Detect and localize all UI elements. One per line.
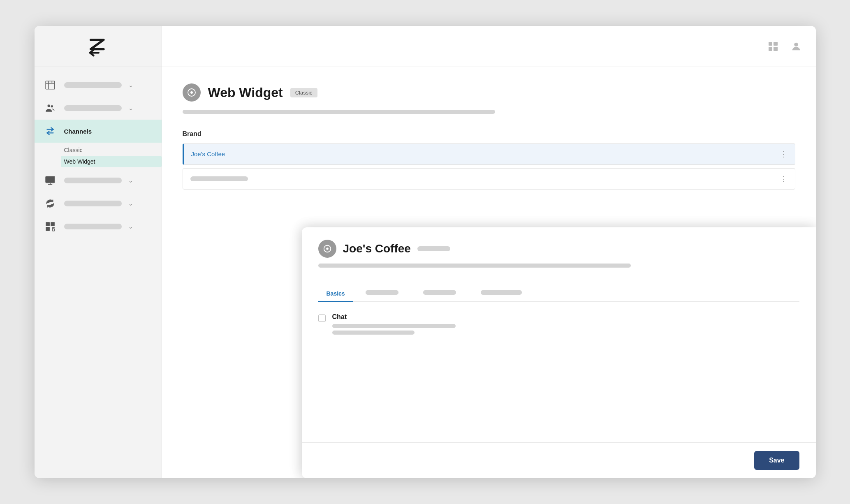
sidebar-logo [35, 26, 162, 67]
svg-point-5 [51, 105, 53, 107]
svg-point-19 [326, 247, 329, 250]
tab-bar: Basics [318, 286, 799, 302]
refresh-icon [43, 196, 58, 211]
tab-4[interactable] [468, 286, 534, 302]
brand-row-joes-coffee-content: Joe's Coffee [184, 145, 773, 164]
grid-view-button[interactable] [766, 39, 781, 54]
chat-checkbox[interactable] [318, 314, 326, 322]
page-content: Web Widget Classic Brand Joe's Coffee ⋮ [162, 67, 816, 478]
brand-row-joes-coffee-menu[interactable]: ⋮ [773, 144, 795, 164]
tab-2[interactable] [353, 286, 411, 302]
floating-card-title-row: Joe's Coffee [318, 240, 799, 258]
svg-rect-10 [51, 222, 55, 226]
grid-icon [769, 42, 778, 51]
tab-basics[interactable]: Basics [318, 286, 353, 302]
chevron-down-icon: ⌄ [128, 177, 133, 184]
tab-3[interactable] [411, 286, 468, 302]
nav-item-placeholder [64, 224, 122, 229]
page-title: Web Widget [208, 85, 283, 100]
floating-card-body: Basics [302, 276, 816, 442]
sidebar: ⌄ ⌄ [35, 26, 162, 478]
sidebar-item-integrations[interactable]: ⌄ [35, 192, 162, 215]
nav-item-placeholder [64, 201, 122, 206]
main-content: Web Widget Classic Brand Joe's Coffee ⋮ [162, 26, 816, 478]
chevron-down-icon: ⌄ [128, 200, 133, 207]
brand-label: Brand [183, 130, 795, 138]
brand-row-joes-coffee[interactable]: Joe's Coffee ⋮ [183, 143, 795, 165]
sidebar-item-channels[interactable]: Channels [35, 120, 162, 143]
web-widget-icon [183, 83, 201, 102]
classic-badge: Classic [290, 88, 317, 97]
svg-rect-9 [46, 222, 50, 226]
nav-item-placeholder [64, 82, 122, 88]
svg-point-4 [47, 104, 50, 107]
tab-4-placeholder [481, 290, 522, 295]
floating-card-subtitle-bar [318, 264, 631, 268]
chat-bubble-icon [187, 88, 197, 97]
floating-card-footer: Save [302, 442, 816, 478]
sidebar-item-people[interactable]: ⌄ [35, 97, 162, 120]
page-description-placeholder [183, 110, 495, 114]
chat-section-content: Chat [332, 313, 799, 337]
chat-desc-placeholder-1 [332, 324, 456, 328]
chat-desc-placeholder-2 [332, 331, 415, 335]
nav-item-placeholder [64, 105, 122, 111]
floating-card-header: Joe's Coffee [302, 227, 816, 276]
brand-row-2-content [183, 171, 773, 187]
building-icon [43, 78, 58, 92]
floating-card: Joe's Coffee Basics [302, 227, 816, 478]
main-window: ⌄ ⌄ [35, 26, 816, 478]
zendesk-logo-icon [83, 35, 112, 58]
chat-section-title: Chat [332, 313, 799, 321]
brand-row-2[interactable]: ⋮ [183, 168, 795, 190]
sidebar-item-classic[interactable]: Classic [64, 144, 162, 156]
apps-icon [43, 219, 58, 234]
user-avatar-icon [790, 41, 802, 52]
page-header: Web Widget Classic [183, 83, 795, 102]
chevron-down-icon: ⌄ [128, 223, 133, 230]
sidebar-item-monitor[interactable]: ⌄ [35, 169, 162, 192]
svg-rect-11 [46, 227, 50, 231]
svg-point-15 [794, 42, 798, 46]
brand-section: Brand Joe's Coffee ⋮ ⋮ [183, 130, 795, 190]
floating-card-title-placeholder [417, 246, 450, 251]
chat-section: Chat [318, 313, 799, 337]
floating-card-title: Joe's Coffee [343, 242, 411, 255]
sidebar-item-web-widget[interactable]: Web Widget [61, 156, 162, 167]
floating-chat-icon [323, 244, 332, 253]
top-bar [162, 26, 816, 67]
channels-icon [43, 124, 58, 139]
brand-2-placeholder [190, 176, 248, 181]
sidebar-item-channels-label: Channels [64, 128, 153, 135]
chevron-down-icon: ⌄ [128, 82, 133, 88]
floating-card-icon [318, 240, 336, 258]
svg-point-17 [190, 91, 193, 94]
people-icon [43, 101, 58, 116]
nav-item-placeholder [64, 178, 122, 183]
tab-2-placeholder [366, 290, 398, 295]
sidebar-item-admin[interactable]: ⌄ [35, 74, 162, 97]
monitor-icon [43, 173, 58, 188]
tab-3-placeholder [423, 290, 456, 295]
brand-link-joes-coffee[interactable]: Joe's Coffee [191, 150, 225, 157]
user-profile-button[interactable] [789, 39, 804, 54]
save-button[interactable]: Save [754, 451, 799, 470]
sidebar-navigation: ⌄ ⌄ [35, 67, 162, 478]
sidebar-item-apps[interactable]: ⌄ [35, 215, 162, 238]
brand-row-2-menu[interactable]: ⋮ [773, 169, 795, 189]
channels-submenu: Classic Web Widget [35, 143, 162, 169]
svg-rect-0 [46, 81, 55, 89]
chevron-down-icon: ⌄ [128, 105, 133, 111]
svg-rect-6 [46, 176, 55, 183]
